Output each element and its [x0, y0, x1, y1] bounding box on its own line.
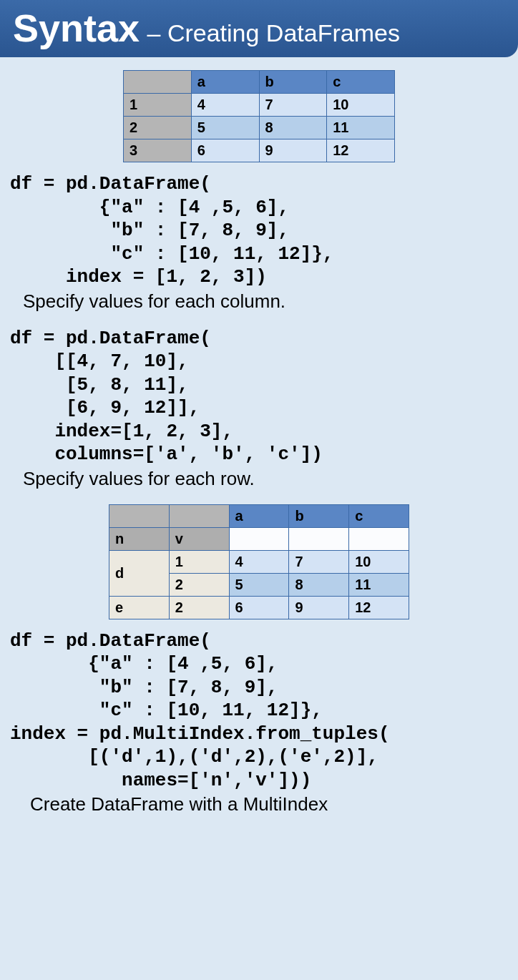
caption-2: Specify values for each row.	[23, 468, 508, 490]
table1-cell: 12	[327, 139, 395, 162]
table1-idx: 3	[124, 139, 192, 162]
table2-idx-v: 1	[169, 550, 229, 573]
table2-cell: 8	[289, 573, 349, 596]
table2-cell: 4	[229, 550, 289, 573]
caption-1: Specify values for each column.	[23, 290, 508, 313]
table2-idx-n: e	[109, 596, 170, 619]
table2-cell: 10	[349, 550, 409, 573]
table1-col-a: a	[191, 71, 259, 94]
table2-cell: 5	[229, 573, 289, 596]
code-block-2: df = pd.DataFrame( [[4, 7, 10], [5, 8, 1…	[10, 327, 508, 466]
dataframe-table-1: a b c 1 4 7 10 2 5 8 11 3 6 9 12	[123, 70, 395, 162]
header-subtitle: – Creating DataFrames	[147, 19, 400, 46]
table1-cell: 11	[327, 117, 395, 139]
table2-corner	[169, 504, 229, 527]
table1-cell: 8	[259, 117, 327, 139]
table2-idx-v: 2	[169, 596, 229, 619]
table2-blank	[289, 527, 349, 550]
table2-col-b: b	[289, 504, 349, 527]
table2-blank	[349, 527, 409, 550]
code-block-3: df = pd.DataFrame( {"a" : [4 ,5, 6], "b"…	[10, 629, 508, 793]
dataframe-table-2: a b c n v d 1 4 7 10 2 5 8 11 e 2 6 9	[109, 504, 409, 619]
table1-cell: 7	[259, 94, 327, 117]
table2-cell: 11	[349, 573, 409, 596]
table2-idxname-v: v	[169, 527, 229, 550]
table2-idxname-n: n	[109, 527, 170, 550]
table2-blank	[229, 527, 289, 550]
table1-cell: 10	[327, 94, 395, 117]
table2-corner	[109, 504, 170, 527]
table1-cell: 9	[259, 139, 327, 162]
table2-col-c: c	[349, 504, 409, 527]
table1-idx: 1	[124, 94, 192, 117]
table2-cell: 12	[349, 596, 409, 619]
table2-col-a: a	[229, 504, 289, 527]
caption-3: Create DataFrame with a MultiIndex	[30, 793, 508, 815]
table1-corner	[124, 71, 192, 94]
header-title: Syntax	[13, 6, 140, 49]
table2-cell: 9	[289, 596, 349, 619]
content-area: a b c 1 4 7 10 2 5 8 11 3 6 9 12 df = pd…	[0, 57, 518, 843]
code-block-1: df = pd.DataFrame( {"a" : [4 ,5, 6], "b"…	[10, 172, 508, 289]
table1-cell: 6	[191, 139, 259, 162]
table2-idx-n: d	[109, 550, 170, 596]
table2-idx-v: 2	[169, 573, 229, 596]
table2-cell: 7	[289, 550, 349, 573]
table1-col-c: c	[327, 71, 395, 94]
page-header: Syntax – Creating DataFrames	[0, 0, 518, 57]
table1-idx: 2	[124, 117, 192, 139]
table1-col-b: b	[259, 71, 327, 94]
table1-cell: 5	[191, 117, 259, 139]
table2-cell: 6	[229, 596, 289, 619]
table1-cell: 4	[191, 94, 259, 117]
